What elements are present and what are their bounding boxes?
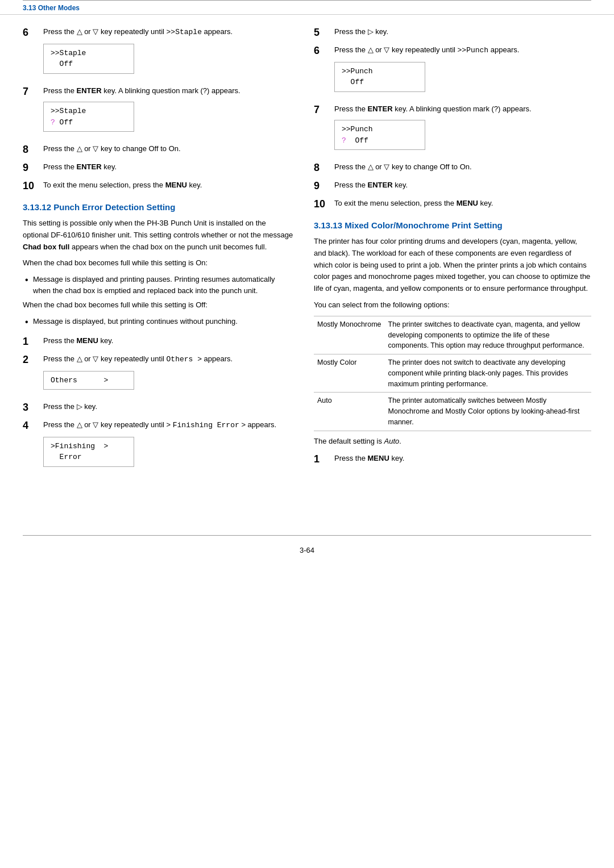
code-display: Others >	[43, 371, 134, 390]
body-text: This setting is possible only when the P…	[23, 218, 293, 253]
bullet-dot: •	[25, 316, 33, 328]
table-row: Mostly Monochrome The printer switches t…	[314, 316, 591, 354]
body-text-off-header: When the chad box becomes full while thi…	[23, 299, 293, 311]
step-number: 1	[314, 453, 334, 465]
code-display: >>Staple? Off	[43, 102, 134, 132]
code-box-wrap: >>Punch? Off	[334, 116, 591, 153]
step-text: Press the △ or ▽ key to change Off to On…	[43, 143, 293, 155]
step-row: 9 Press the ENTER key.	[23, 161, 293, 174]
step-text: Press the △ or ▽ key to change Off to On…	[334, 161, 591, 173]
step-number: 7	[314, 103, 334, 116]
step-text: Press the △ or ▽ key repeatedly until >>…	[334, 44, 591, 98]
content-area: 6 Press the △ or ▽ key repeatedly until …	[0, 15, 614, 478]
step-row: 1 Press the MENU key.	[314, 453, 591, 465]
step-row: 6 Press the △ or ▽ key repeatedly until …	[23, 26, 293, 80]
step-row: 7 Press the ENTER key. A blinking questi…	[23, 85, 293, 138]
step-row: 10 To exit the menu selection, press the…	[23, 180, 293, 192]
step-text: Press the ▷ key.	[43, 401, 293, 412]
step-text: Press the ENTER key. A blinking question…	[334, 103, 591, 156]
code-box-wrap: >>Punch Off	[334, 59, 591, 95]
code-box-wrap: Others >	[43, 368, 293, 394]
table-row: Auto The printer automatically switches …	[314, 393, 591, 431]
body-text-default: The default setting is Auto.	[314, 436, 591, 448]
table-row: Mostly Color The printer does not switch…	[314, 354, 591, 393]
step-row: 5 Press the ▷ key.	[314, 26, 591, 39]
code-box-wrap: >Finishing > Error	[43, 433, 293, 470]
step-text: Press the △ or ▽ key repeatedly until >>…	[43, 26, 293, 80]
code-box-wrap: >>Staple? Off	[43, 98, 293, 135]
step-row: 1 Press the MENU key.	[23, 335, 293, 348]
step-text: Press the ENTER key. A blinking question…	[43, 85, 293, 138]
step-text: Press the △ or ▽ key repeatedly until > …	[43, 419, 293, 473]
step-row: 10 To exit the menu selection, press the…	[314, 198, 591, 210]
section-title-3-13-12: 3.13.12 Punch Error Detection Setting	[23, 202, 293, 212]
step-number: 9	[23, 161, 43, 174]
step-number: 3	[23, 401, 43, 414]
body-text: The printer has four color printing drum…	[314, 236, 591, 295]
step-number: 4	[23, 419, 43, 432]
step-text: Press the ▷ key.	[334, 26, 591, 37]
option-desc: The printer switches to deactivate cyan,…	[385, 316, 591, 354]
step-row: 7 Press the ENTER key. A blinking questi…	[314, 103, 591, 156]
step-text: Press the ENTER key.	[334, 180, 591, 191]
step-text: To exit the menu selection, press the ME…	[334, 198, 591, 209]
option-desc: The printer automatically switches betwe…	[385, 393, 591, 431]
step-number: 9	[314, 180, 334, 192]
step-text: Press the △ or ▽ key repeatedly until Ot…	[43, 353, 293, 395]
step-row: 8 Press the △ or ▽ key to change Off to …	[23, 143, 293, 156]
bullet-text: Message is displayed and printing pauses…	[33, 274, 293, 296]
bullet-item: • Message is displayed and printing paus…	[23, 274, 293, 296]
code-box-wrap: >>Staple Off	[43, 40, 293, 77]
step-number: 10	[314, 198, 334, 210]
step-number: 5	[314, 26, 334, 39]
option-label: Mostly Color	[314, 354, 385, 393]
code-display: >>Punch? Off	[334, 120, 425, 150]
step-number: 8	[314, 161, 334, 174]
step-number: 6	[23, 26, 43, 39]
body-text-on-header: When the chad box becomes full while thi…	[23, 257, 293, 269]
step-number: 6	[314, 44, 334, 57]
option-label: Auto	[314, 393, 385, 431]
bullet-item: • Message is displayed, but printing con…	[23, 316, 293, 328]
step-row: 4 Press the △ or ▽ key repeatedly until …	[23, 419, 293, 473]
step-text: Press the MENU key.	[334, 453, 591, 464]
step-text: To exit the menu selection, press the ME…	[43, 180, 293, 191]
left-column: 6 Press the △ or ▽ key repeatedly until …	[23, 26, 307, 478]
step-number: 2	[23, 353, 43, 366]
step-row: 2 Press the △ or ▽ key repeatedly until …	[23, 353, 293, 395]
bullet-dot: •	[25, 274, 33, 286]
code-display: >>Staple Off	[43, 44, 134, 74]
section-header: 3.13 Other Modes	[0, 1, 614, 15]
step-row: 6 Press the △ or ▽ key repeatedly until …	[314, 44, 591, 98]
right-column: 5 Press the ▷ key. 6 Press the △ or ▽ ke…	[307, 26, 591, 478]
option-desc: The printer does not switch to deactivat…	[385, 354, 591, 393]
step-number: 10	[23, 180, 43, 192]
options-table: Mostly Monochrome The printer switches t…	[314, 316, 591, 431]
step-row: 3 Press the ▷ key.	[23, 401, 293, 414]
step-text: Press the ENTER key.	[43, 161, 293, 173]
section-title-3-13-13: 3.13.13 Mixed Color/Monochrome Print Set…	[314, 220, 591, 230]
step-row: 9 Press the ENTER key.	[314, 180, 591, 192]
code-display: >Finishing > Error	[43, 437, 134, 467]
body-text-options: You can select from the following option…	[314, 299, 591, 311]
step-text: Press the MENU key.	[43, 335, 293, 347]
code-display: >>Punch Off	[334, 62, 425, 92]
option-label: Mostly Monochrome	[314, 316, 385, 354]
step-row: 8 Press the △ or ▽ key to change Off to …	[314, 161, 591, 174]
step-number: 1	[23, 335, 43, 348]
bullet-text: Message is displayed, but printing conti…	[33, 316, 238, 327]
page: 3.13 Other Modes 6 Press the △ or ▽ key …	[0, 0, 614, 868]
step-number: 8	[23, 143, 43, 156]
step-number: 7	[23, 85, 43, 98]
page-number: 3-64	[0, 536, 614, 560]
